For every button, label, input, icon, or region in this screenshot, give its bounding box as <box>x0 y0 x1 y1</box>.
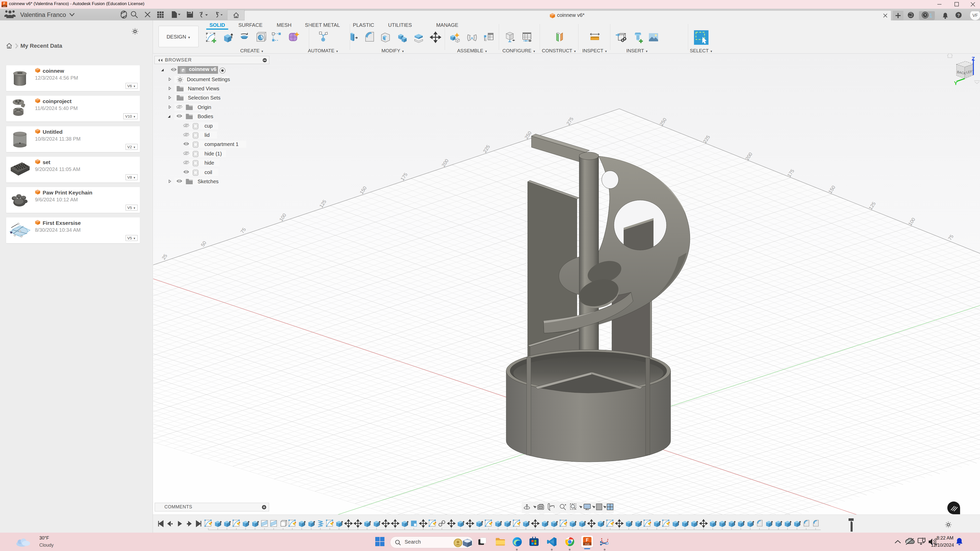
svg-text:FUS: FUS <box>3 6 6 7</box>
svg-text:VF: VF <box>972 13 978 18</box>
svg-text:?: ? <box>957 13 960 18</box>
svg-text:Valentina Franco: Valentina Franco <box>20 11 66 18</box>
svg-text:F: F <box>3 2 5 5</box>
svg-text:1: 1 <box>929 12 932 19</box>
svg-text:Z: Z <box>972 56 975 62</box>
svg-text:FUS: FUS <box>585 543 589 545</box>
svg-text:F: F <box>586 537 589 543</box>
svg-text:Y: Y <box>954 80 958 86</box>
